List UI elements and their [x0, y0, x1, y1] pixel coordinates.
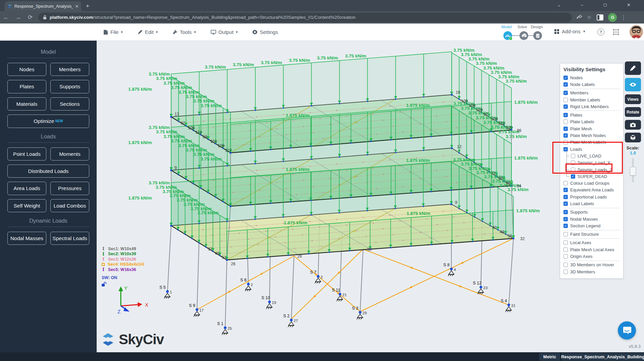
visibility-item-faint-structure[interactable]: Faint Structure [563, 231, 620, 238]
address-bar[interactable]: platform.skyciv.com/structural?preload_n… [38, 13, 572, 22]
menu-edit[interactable]: Edit▾ [138, 29, 158, 35]
checkbox[interactable] [563, 240, 568, 245]
support[interactable]: S 125 [217, 321, 232, 335]
scale-slider[interactable] [632, 158, 634, 182]
render-3d-cube-button[interactable] [625, 133, 641, 142]
support[interactable]: S 329 [352, 306, 367, 319]
checkbox[interactable]: ✓ [563, 104, 568, 109]
visibility-item-plates[interactable]: ✓Plates [563, 111, 620, 118]
checkbox[interactable] [563, 181, 568, 185]
rotate-button[interactable]: Rotate [625, 107, 641, 117]
visibility-item-3d-members[interactable]: 3D Members [563, 268, 620, 275]
visibility-item-plate-mesh-nodes[interactable]: ✓Plate Mesh Nodes [563, 132, 620, 139]
checkbox[interactable]: ✓ [563, 147, 568, 151]
support[interactable]: S 227 [283, 314, 298, 327]
forward-icon[interactable]: → [12, 14, 24, 21]
sidebar-button-moments[interactable]: Moments [50, 147, 89, 161]
visibility-item-3d-members-on-hover[interactable]: 3D Members on Hover [563, 262, 620, 268]
visibility-item-colour-load-groups[interactable]: Colour Load Groups [563, 180, 620, 186]
checkbox[interactable]: ✓ [563, 201, 568, 206]
menu-settings[interactable]: Settings [252, 29, 278, 35]
user-avatar[interactable] [630, 25, 643, 39]
checkbox[interactable]: ✓ [563, 133, 568, 138]
checkbox[interactable] [563, 270, 568, 274]
checkbox[interactable] [571, 168, 575, 172]
support[interactable]: S 51 [159, 285, 172, 299]
sidebar-button-sections[interactable]: Sections [50, 97, 89, 110]
checkbox[interactable] [563, 140, 568, 144]
support[interactable]: S 1019 [261, 296, 276, 309]
workflow-step-design[interactable] [533, 31, 542, 40]
sidebar-button-plates[interactable]: Plates [7, 80, 46, 93]
visibility-item-plate-labels[interactable]: Plate Labels [563, 119, 620, 125]
addons-menu[interactable]: Add-ons ▾ [554, 29, 585, 34]
sidebar-button-nodes[interactable]: Nodes [7, 63, 46, 76]
units-badge[interactable]: Metric [539, 353, 560, 361]
visibility-item-super-dead[interactable]: ✓SUPER_DEAD [563, 173, 620, 180]
checkbox[interactable] [563, 247, 568, 252]
checkbox[interactable]: ✓ [571, 174, 575, 179]
checkbox[interactable]: ✓ [563, 91, 568, 95]
checkbox[interactable]: ✓ [563, 210, 568, 214]
menu-file[interactable]: File▾ [103, 29, 123, 35]
checkbox[interactable]: ✓ [563, 224, 568, 228]
support[interactable]: S 1121 [332, 288, 347, 301]
menu-output[interactable]: Output▾ [211, 29, 238, 35]
visibility-item-nodal-masses[interactable]: ✓Nodal Masses [563, 216, 620, 222]
checkbox[interactable] [563, 98, 568, 102]
checkbox[interactable]: ✓ [563, 188, 568, 192]
workflow-step-model[interactable]: ✓ [503, 31, 512, 40]
checkbox[interactable] [563, 254, 568, 259]
visibility-item-local-axes[interactable]: Local Axes [563, 239, 620, 246]
sidebar-button-spectral-loads[interactable]: Spectral Loads [50, 232, 89, 245]
edit-pencil-button[interactable] [625, 61, 641, 75]
browser-menu-icon[interactable]: ⋮ [621, 14, 626, 20]
visibility-item-member-labels[interactable]: Member Labels [563, 96, 620, 103]
screenshot-camera-button[interactable] [625, 120, 641, 130]
sidebar-button-area-loads[interactable]: Area Loads [7, 182, 46, 195]
checkbox[interactable]: ✓ [563, 195, 568, 199]
help-button[interactable]: ? [597, 29, 604, 36]
visibility-item-plate-mesh-local-axes[interactable]: Plate Mesh Local Axes [563, 246, 620, 253]
visibility-item-loads[interactable]: ✓Loads [563, 146, 620, 152]
visibility-item-nodes[interactable]: ✓Nodes [563, 74, 620, 81]
reload-icon[interactable]: ⟳ [24, 14, 36, 21]
share-icon[interactable] [577, 15, 582, 20]
menu-tools[interactable]: Tools▾ [172, 29, 196, 35]
visibility-item-supports[interactable]: ✓Supports [563, 209, 620, 216]
sidebar-button-supports[interactable]: Supports [50, 80, 89, 93]
checkbox[interactable] [571, 161, 575, 165]
visibility-item-section-legend[interactable]: ✓Section Legend [563, 222, 620, 229]
checkbox[interactable]: ✓ [563, 113, 568, 117]
sidebar-button-optimize[interactable]: OptimizeNEW [7, 115, 89, 128]
sidebar-button-nodal-masses[interactable]: Nodal Masses [7, 232, 46, 245]
chat-support-button[interactable] [618, 321, 636, 340]
support[interactable]: S 84 [443, 263, 456, 276]
new-tab-button[interactable]: + [86, 3, 89, 9]
checkbox[interactable]: ✓ [563, 127, 568, 131]
sidebar-button-pressures[interactable]: Pressures [50, 182, 89, 195]
sidebar-button-materials[interactable]: Materials [7, 97, 46, 110]
sidebar-button-distributed-loads[interactable]: Distributed Loads [7, 165, 89, 178]
support[interactable]: S 431 [501, 299, 515, 312]
model-canvas[interactable]: S 51S 62S 73S 84S 917S 1019S 1121S 1223S… [97, 41, 644, 352]
browser-profile-avatar[interactable]: G [608, 13, 617, 22]
bookmark-star-icon[interactable]: ☆ [587, 14, 591, 20]
visibility-item-seismic-loads-z[interactable]: Seismic_Loads_Z [563, 166, 620, 173]
support[interactable]: S 917 [189, 303, 204, 317]
visibility-item-node-labels[interactable]: ✓Node Labels [563, 81, 620, 88]
sidebar-button-members[interactable]: Members [50, 63, 89, 76]
checkbox[interactable] [563, 232, 568, 236]
tab-close-icon[interactable]: ✕ [75, 4, 79, 9]
visibility-item-seismic-load-x[interactable]: Seismic_Load_X [563, 160, 620, 166]
workflow-step-solve[interactable] [519, 31, 528, 40]
checkbox[interactable] [571, 154, 575, 158]
checkbox[interactable]: ✓ [563, 217, 568, 221]
sidebar-button-self-weight[interactable]: Self Weight [7, 199, 46, 212]
visibility-item-plate-mesh-labels[interactable]: Plate Mesh Labels [563, 139, 620, 146]
visibility-item-members[interactable]: ✓Members [563, 90, 620, 96]
browser-tab[interactable]: Response_Spectrum_Analysis_Bu ✕ [5, 1, 81, 11]
support[interactable]: S 73 [310, 270, 323, 283]
sidebar-button-point-loads[interactable]: Point Loads [7, 147, 46, 161]
visibility-item-rigid-link-members[interactable]: ✓Rigid Link Members [563, 103, 620, 110]
